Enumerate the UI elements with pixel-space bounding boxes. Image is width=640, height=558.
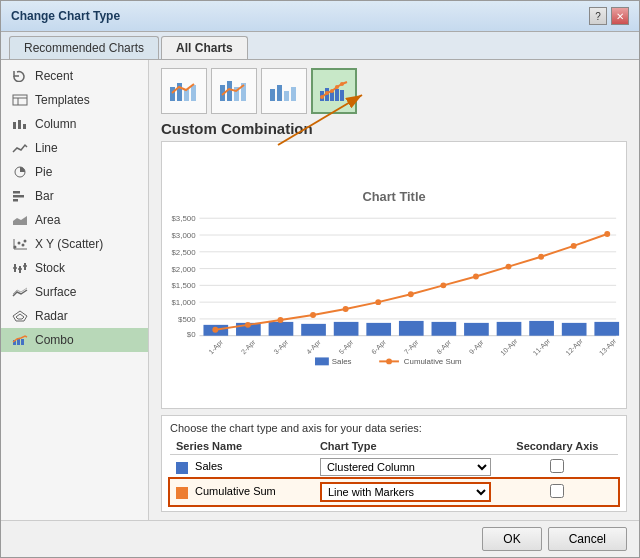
svg-point-89 — [506, 264, 512, 270]
svg-rect-69 — [269, 322, 294, 336]
ok-button[interactable]: OK — [482, 527, 541, 551]
secondary-axis-checkbox-sales[interactable] — [550, 459, 564, 473]
svg-rect-77 — [529, 321, 554, 336]
chart-type-icons: Custom Combination — [161, 68, 627, 114]
sidebar-item-bar[interactable]: Bar — [1, 184, 148, 208]
secondary-axis-checkbox-cumsum[interactable] — [550, 484, 564, 498]
sidebar-item-stock[interactable]: Stock — [1, 256, 148, 280]
svg-rect-3 — [13, 122, 16, 129]
svg-rect-36 — [270, 89, 275, 101]
svg-text:$1,000: $1,000 — [171, 298, 196, 307]
footer: OK Cancel — [1, 520, 639, 557]
surface-icon — [11, 285, 29, 299]
sidebar-item-recent[interactable]: Recent — [1, 64, 148, 88]
svg-point-84 — [343, 306, 349, 312]
tabs-bar: Recommended Charts All Charts — [1, 32, 639, 60]
stock-icon — [11, 261, 29, 275]
area-icon — [11, 213, 29, 227]
title-bar: Change Chart Type ? ✕ — [1, 1, 639, 32]
cancel-button[interactable]: Cancel — [548, 527, 627, 551]
svg-rect-70 — [301, 324, 326, 336]
svg-text:Cumulative Sum: Cumulative Sum — [404, 357, 462, 366]
sales-color-box — [176, 462, 188, 474]
col-chart-type: Chart Type — [314, 438, 497, 455]
chart-type-cell-sales: Clustered Column Line Line with Markers — [314, 455, 497, 480]
radar-icon — [11, 309, 29, 323]
chart-type-dropdown-sales[interactable]: Clustered Column Line Line with Markers — [320, 458, 491, 476]
sidebar-item-surface[interactable]: Surface — [1, 280, 148, 304]
svg-text:10-Apr: 10-Apr — [499, 337, 520, 358]
svg-rect-78 — [562, 323, 587, 336]
svg-rect-74 — [432, 322, 457, 336]
svg-point-86 — [408, 291, 414, 297]
svg-point-12 — [18, 242, 21, 245]
col-series-name: Series Name — [170, 438, 314, 455]
tab-all-charts[interactable]: All Charts — [161, 36, 248, 59]
svg-rect-44 — [340, 90, 344, 101]
svg-point-48 — [335, 85, 339, 89]
svg-rect-79 — [594, 322, 619, 336]
sidebar-item-pie[interactable]: Pie — [1, 160, 148, 184]
combo-icon — [11, 333, 29, 347]
svg-point-81 — [245, 322, 251, 328]
chart-type-dropdown-sales-container: Clustered Column Line Line with Markers — [320, 458, 491, 476]
series-config-title: Choose the chart type and axis for your … — [170, 422, 618, 434]
svg-rect-76 — [497, 322, 522, 336]
recent-icon — [11, 69, 29, 83]
svg-point-14 — [24, 240, 27, 243]
svg-text:$3,000: $3,000 — [171, 231, 196, 240]
svg-text:9-Apr: 9-Apr — [468, 338, 486, 356]
svg-text:1-Apr: 1-Apr — [207, 338, 225, 356]
chart-icon-btn-0[interactable] — [161, 68, 207, 114]
main-panel: Custom Combination Custom Combination Ch… — [149, 60, 639, 520]
svg-point-47 — [330, 89, 334, 93]
svg-point-90 — [538, 254, 544, 260]
svg-text:7-Apr: 7-Apr — [403, 338, 421, 356]
series-row-sales: Sales Clustered Column Line Line with Ma… — [170, 455, 618, 480]
content-area: Recent Templates Column Line — [1, 60, 639, 520]
svg-text:$3,500: $3,500 — [171, 214, 196, 223]
help-button[interactable]: ? — [589, 7, 607, 25]
series-config: Choose the chart type and axis for your … — [161, 415, 627, 512]
svg-point-82 — [278, 317, 284, 323]
line-icon — [11, 141, 29, 155]
svg-text:$500: $500 — [178, 315, 196, 324]
svg-text:$0: $0 — [187, 330, 196, 339]
tab-recommended-charts[interactable]: Recommended Charts — [9, 36, 159, 59]
close-button[interactable]: ✕ — [611, 7, 629, 25]
section-title: Custom Combination — [161, 120, 627, 137]
svg-rect-43 — [335, 89, 339, 101]
svg-text:2-Apr: 2-Apr — [240, 338, 258, 356]
svg-marker-10 — [13, 216, 27, 225]
svg-text:4-Apr: 4-Apr — [305, 338, 323, 356]
sidebar: Recent Templates Column Line — [1, 60, 149, 520]
chart-type-dropdown-cumsum[interactable]: Clustered Column Line with Markers Line — [320, 482, 491, 502]
templates-icon — [11, 93, 29, 107]
svg-text:$1,500: $1,500 — [171, 281, 196, 290]
cumsum-color-box — [176, 487, 188, 499]
svg-point-45 — [320, 95, 324, 99]
sidebar-item-area[interactable]: Area — [1, 208, 148, 232]
series-row-cumsum: Cumulative Sum Clustered Column Line wit… — [170, 479, 618, 505]
sidebar-item-scatter[interactable]: X Y (Scatter) — [1, 232, 148, 256]
sidebar-item-line[interactable]: Line — [1, 136, 148, 160]
sidebar-item-templates[interactable]: Templates — [1, 88, 148, 112]
svg-text:Chart Title: Chart Title — [362, 189, 425, 204]
chart-icon-btn-3[interactable]: Custom Combination — [311, 68, 357, 114]
scatter-icon — [11, 237, 29, 251]
svg-rect-75 — [464, 323, 489, 336]
svg-rect-28 — [170, 87, 175, 101]
svg-point-80 — [212, 327, 218, 333]
svg-rect-8 — [13, 195, 24, 198]
svg-text:Sales: Sales — [332, 357, 352, 366]
chart-icon-btn-2[interactable] — [261, 68, 307, 114]
sidebar-item-radar[interactable]: Radar — [1, 304, 148, 328]
sidebar-item-column[interactable]: Column — [1, 112, 148, 136]
svg-rect-37 — [277, 85, 282, 101]
svg-text:8-Apr: 8-Apr — [435, 338, 453, 356]
dialog-title: Change Chart Type — [11, 9, 120, 23]
bar-icon — [11, 189, 29, 203]
sidebar-item-combo[interactable]: Combo — [1, 328, 148, 352]
chart-icon-btn-1[interactable] — [211, 68, 257, 114]
svg-text:13-Apr: 13-Apr — [598, 337, 619, 358]
